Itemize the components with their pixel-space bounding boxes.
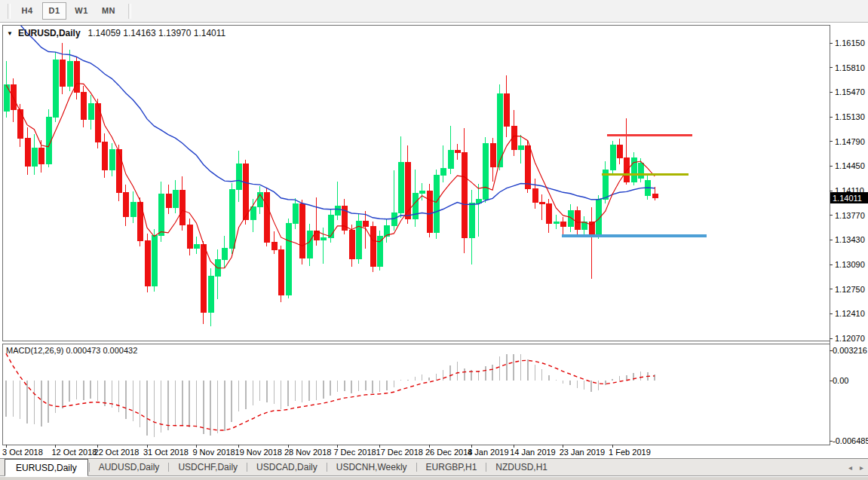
tab-usdcad[interactable]: USDCAD,Daily bbox=[248, 459, 326, 475]
toolbar-grip bbox=[8, 4, 11, 19]
tab-usdcnh[interactable]: USDCNH,Weekly bbox=[328, 459, 416, 475]
date-axis-label: 1 Feb 2019 bbox=[609, 448, 651, 457]
tab-separator bbox=[416, 463, 417, 472]
status-strip bbox=[0, 477, 868, 480]
price-axis-label: 1.16150 bbox=[835, 38, 865, 47]
tab-usdchf[interactable]: USDCHF,Daily bbox=[170, 459, 246, 475]
price-axis-label: 1.13430 bbox=[835, 235, 865, 244]
date-axis-label: 4 Jan 2019 bbox=[468, 448, 508, 457]
timeframe-button-d1[interactable]: D1 bbox=[42, 2, 66, 20]
date-axis-label: 28 Nov 2018 bbox=[284, 448, 331, 457]
timeframe-button-h4[interactable]: H4 bbox=[15, 2, 39, 20]
date-axis-label: 14 Jan 2019 bbox=[510, 448, 556, 457]
timeframe-buttons: H4D1W1MN bbox=[15, 2, 124, 20]
tab-eurusd[interactable]: EURUSD,Daily bbox=[5, 459, 88, 476]
symbol-tabs: EURUSD,DailyAUDUSD,DailyUSDCHF,DailyUSDC… bbox=[5, 459, 556, 475]
price-axis-label: 1.14790 bbox=[835, 137, 865, 146]
chart-canvas[interactable]: 1.161501.158101.154701.151301.147901.144… bbox=[0, 23, 868, 458]
date-axis-label: 12 Oct 2018 bbox=[51, 448, 97, 457]
tab-scroll-left-icon[interactable]: ◂ bbox=[848, 464, 852, 472]
tab-separator bbox=[247, 463, 247, 472]
tab-separator bbox=[89, 463, 90, 472]
tab-scroll-arrows: ◂ ▸ bbox=[848, 459, 863, 477]
price-axis-label: 1.14450 bbox=[835, 161, 865, 170]
date-axis-label: 31 Oct 2018 bbox=[143, 448, 189, 457]
date-axis-label: 7 Dec 2018 bbox=[333, 448, 376, 457]
date-axis-label: 26 Dec 2018 bbox=[425, 448, 472, 457]
timeframe-button-mn[interactable]: MN bbox=[97, 2, 121, 20]
tab-eurgbp[interactable]: EURGBP,H1 bbox=[418, 459, 486, 475]
date-axis-label: 3 Oct 2018 bbox=[2, 448, 43, 457]
trading-terminal-window: H4D1W1MN 1.161501.158101.154701.151301.1… bbox=[0, 0, 868, 480]
tab-nzdusd[interactable]: NZDUSD,H1 bbox=[487, 459, 556, 475]
tab-separator bbox=[168, 463, 169, 472]
timeframe-toolbar: H4D1W1MN bbox=[0, 0, 868, 23]
price-axis-label: 1.12410 bbox=[835, 309, 865, 318]
date-axis-label: 23 Jan 2019 bbox=[560, 448, 606, 457]
date-axis-label: 17 Dec 2018 bbox=[376, 448, 423, 457]
price-axis-label: 1.13770 bbox=[835, 211, 865, 220]
price-axis-label: 1.15470 bbox=[835, 87, 865, 96]
timeframe-button-w1[interactable]: W1 bbox=[69, 2, 94, 20]
macd-axis-label: 0.00 bbox=[833, 376, 848, 385]
date-axis-label: 22 Oct 2018 bbox=[94, 448, 140, 457]
main-chart-panel bbox=[2, 25, 830, 341]
date-axis-label: 9 Nov 2018 bbox=[192, 448, 235, 457]
symbol-tab-bar: EURUSD,DailyAUDUSD,DailyUSDCHF,DailyUSDC… bbox=[0, 458, 868, 476]
toolbar-grip bbox=[128, 4, 131, 19]
macd-axis-label: -0.006485 bbox=[833, 436, 868, 445]
price-axis-label: 1.15130 bbox=[835, 112, 865, 121]
price-axis-label: 1.12070 bbox=[835, 334, 865, 343]
date-axis-label: 19 Nov 2018 bbox=[235, 448, 282, 457]
tab-scroll-right-icon[interactable]: ▸ bbox=[860, 464, 863, 472]
tab-separator bbox=[486, 463, 486, 472]
price-axis-label: 1.12750 bbox=[835, 285, 865, 294]
tab-separator bbox=[327, 463, 327, 472]
price-axis-label: 1.15810 bbox=[835, 63, 865, 72]
tab-audusd[interactable]: AUDUSD,Daily bbox=[90, 459, 168, 475]
last-price-text: 1.14011 bbox=[833, 194, 862, 203]
price-axis-label: 1.13090 bbox=[835, 260, 865, 269]
macd-axis-label: 0.003216 bbox=[833, 346, 867, 355]
